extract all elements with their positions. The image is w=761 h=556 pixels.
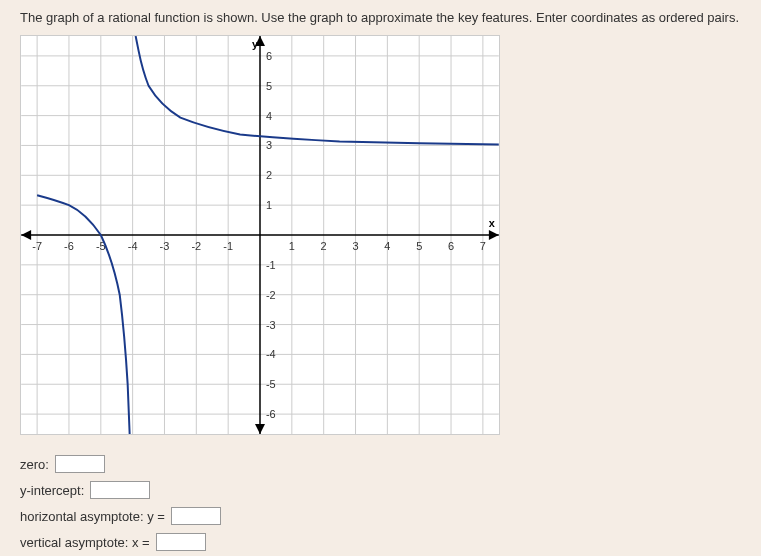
- graph-container: y x -7 -6 -5 -4 -3 -2 -1 1 2 3 4 5 6 7 6…: [20, 35, 500, 435]
- yintercept-input[interactable]: [90, 481, 150, 499]
- svg-text:1: 1: [289, 240, 295, 252]
- svg-text:7: 7: [480, 240, 486, 252]
- svg-text:-2: -2: [191, 240, 201, 252]
- svg-text:4: 4: [384, 240, 390, 252]
- svg-text:2: 2: [321, 240, 327, 252]
- vasymptote-row: vertical asymptote: x =: [20, 533, 741, 551]
- svg-text:5: 5: [416, 240, 422, 252]
- svg-text:3: 3: [266, 139, 272, 151]
- hasymptote-label: horizontal asymptote: y =: [20, 509, 165, 524]
- zero-label: zero:: [20, 457, 49, 472]
- vasymptote-input[interactable]: [156, 533, 206, 551]
- svg-text:6: 6: [448, 240, 454, 252]
- zero-row: zero:: [20, 455, 741, 473]
- svg-text:-2: -2: [266, 289, 276, 301]
- svg-text:-7: -7: [32, 240, 42, 252]
- hasymptote-input[interactable]: [171, 507, 221, 525]
- svg-text:-1: -1: [223, 240, 233, 252]
- svg-text:-1: -1: [266, 259, 276, 271]
- svg-text:6: 6: [266, 50, 272, 62]
- svg-text:-3: -3: [266, 319, 276, 331]
- answer-section: zero: y-intercept: horizontal asymptote:…: [20, 455, 741, 551]
- hasymptote-row: horizontal asymptote: y =: [20, 507, 741, 525]
- rational-function-graph: y x -7 -6 -5 -4 -3 -2 -1 1 2 3 4 5 6 7 6…: [21, 36, 499, 434]
- svg-text:-6: -6: [266, 408, 276, 420]
- svg-text:4: 4: [266, 110, 272, 122]
- instruction-text: The graph of a rational function is show…: [20, 10, 741, 25]
- svg-text:y: y: [252, 38, 259, 50]
- yintercept-label: y-intercept:: [20, 483, 84, 498]
- zero-input[interactable]: [55, 455, 105, 473]
- svg-text:-4: -4: [128, 240, 138, 252]
- svg-text:2: 2: [266, 169, 272, 181]
- svg-text:1: 1: [266, 199, 272, 211]
- svg-text:-5: -5: [266, 378, 276, 390]
- svg-text:5: 5: [266, 80, 272, 92]
- svg-text:x: x: [489, 217, 495, 229]
- svg-text:-6: -6: [64, 240, 74, 252]
- svg-text:3: 3: [352, 240, 358, 252]
- yintercept-row: y-intercept:: [20, 481, 741, 499]
- svg-text:-3: -3: [160, 240, 170, 252]
- svg-text:-4: -4: [266, 348, 276, 360]
- vasymptote-label: vertical asymptote: x =: [20, 535, 150, 550]
